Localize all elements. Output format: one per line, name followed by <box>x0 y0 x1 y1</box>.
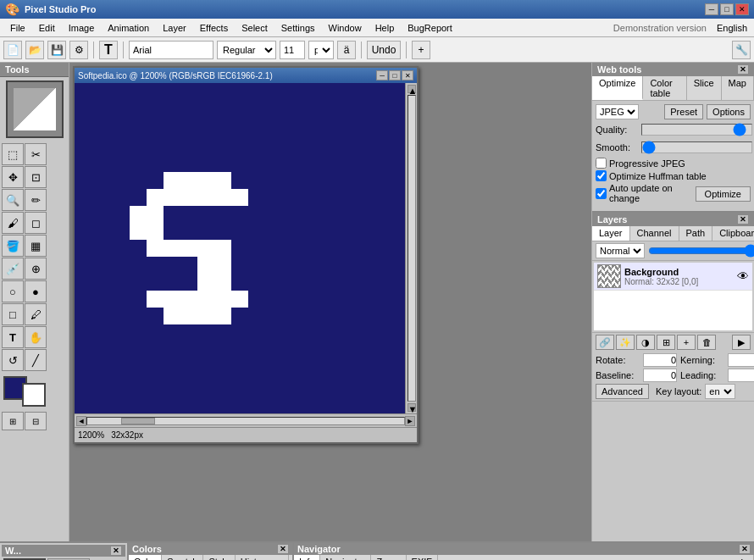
tab-swatch[interactable]: Swatch <box>162 555 203 560</box>
workspace-close[interactable]: ✕ <box>110 546 122 556</box>
more-button[interactable]: ▶ <box>732 335 751 350</box>
tab-clipboard[interactable]: Clipboard <box>712 226 754 241</box>
small-tool-1[interactable]: ⊞ <box>2 412 24 430</box>
text-tool-button[interactable]: T <box>99 41 118 59</box>
cursor-button[interactable]: + <box>412 41 430 59</box>
font-name-input[interactable] <box>129 41 213 59</box>
canvas-maximize[interactable]: □ <box>389 70 401 80</box>
canvas-minimize[interactable]: ─ <box>376 70 388 80</box>
menu-animation[interactable]: Animation <box>101 21 156 35</box>
eraser-tool[interactable]: ◻ <box>25 212 47 234</box>
font-style-select[interactable]: Regular <box>217 41 276 59</box>
pen-tool[interactable]: 🖊 <box>25 303 47 325</box>
preset-button[interactable]: Preset <box>664 104 703 119</box>
small-tool-2[interactable]: ⊟ <box>25 412 47 430</box>
eyedropper-tool[interactable]: 💉 <box>2 258 24 280</box>
optimize-button[interactable]: Optimize <box>696 186 751 202</box>
auto-update-check[interactable] <box>596 188 607 199</box>
shape-tool[interactable]: □ <box>2 303 24 325</box>
move-tool[interactable]: ✥ <box>2 166 24 188</box>
save-button[interactable]: 💾 <box>47 41 66 59</box>
layers-close[interactable]: ✕ <box>737 214 749 225</box>
leading-input[interactable] <box>728 369 754 382</box>
font-size-input[interactable] <box>280 41 305 59</box>
tab-path[interactable]: Path <box>679 226 713 241</box>
font-char-button[interactable]: ä <box>337 41 356 59</box>
menu-edit[interactable]: Edit <box>32 21 62 35</box>
menu-file[interactable]: File <box>3 21 32 35</box>
gradient-tool[interactable]: ▦ <box>25 235 47 257</box>
font-unit-select[interactable]: pt <box>308 41 334 59</box>
dodge-tool[interactable]: ○ <box>2 280 24 302</box>
menu-select[interactable]: Select <box>235 21 274 35</box>
tab-color[interactable]: Color <box>129 555 162 560</box>
rotate-input[interactable] <box>643 353 677 367</box>
fill-tool[interactable]: 🪣 <box>2 235 24 257</box>
menu-bugreport[interactable]: BugReport <box>401 21 459 35</box>
tab-zoom[interactable]: Zoom <box>371 555 406 560</box>
new-layer-button[interactable]: + <box>677 335 696 350</box>
maximize-button[interactable]: □ <box>720 3 734 15</box>
progressive-jpeg-check[interactable] <box>596 158 607 169</box>
scroll-track-h[interactable] <box>86 417 405 425</box>
colors-close[interactable]: ✕ <box>277 544 289 554</box>
settings-button[interactable]: ⚙ <box>69 41 88 59</box>
tab-info[interactable]: Info <box>294 555 320 560</box>
scroll-thumb-h[interactable] <box>121 418 155 424</box>
opacity-slider[interactable] <box>648 246 754 256</box>
clone-tool[interactable]: ⊕ <box>25 258 47 280</box>
optimize-huffman-check[interactable] <box>596 170 607 181</box>
layer-visibility[interactable]: 👁 <box>737 269 749 283</box>
tab-map[interactable]: Map <box>722 76 754 100</box>
brush-tool[interactable]: 🖌 <box>2 212 24 234</box>
select-tool[interactable]: ⬚ <box>2 143 24 165</box>
tab-color-table[interactable]: Color table <box>643 76 686 100</box>
baseline-input[interactable] <box>643 369 677 382</box>
tab-style[interactable]: Style <box>203 555 235 560</box>
extra-tool-button[interactable]: 🔧 <box>732 41 751 59</box>
delete-layer-button[interactable]: 🗑 <box>697 335 716 350</box>
undo-button[interactable]: Undo <box>367 41 401 59</box>
text-tool[interactable]: T <box>2 326 24 348</box>
open-button[interactable]: 📂 <box>25 41 44 59</box>
new-button[interactable]: 📄 <box>3 41 22 59</box>
tab-slice[interactable]: Slice <box>687 76 722 100</box>
menu-image[interactable]: Image <box>62 21 102 35</box>
zoom-tool[interactable]: 🔍 <box>2 189 24 211</box>
minimize-button[interactable]: ─ <box>705 3 718 15</box>
horizontal-scrollbar[interactable]: ◄ ► <box>75 413 417 427</box>
lasso-tool[interactable]: ✂ <box>25 143 47 165</box>
line-tool[interactable]: ╱ <box>25 349 47 371</box>
rotate-tool[interactable]: ↺ <box>2 349 24 371</box>
tab-channel[interactable]: Channel <box>630 226 679 241</box>
blend-mode-select[interactable]: Normal <box>596 243 645 258</box>
layer-item-background[interactable]: Background Normal: 32x32 [0,0] 👁 <box>594 263 752 291</box>
background-color[interactable] <box>22 383 46 407</box>
mask-button[interactable]: ◑ <box>636 335 655 350</box>
tab-histogram[interactable]: Histogram <box>236 555 289 560</box>
options-button[interactable]: Options <box>707 104 751 119</box>
web-tools-close[interactable]: ✕ <box>737 64 749 75</box>
hand-tool[interactable]: ✋ <box>25 326 47 348</box>
canvas-close[interactable]: ✕ <box>402 70 413 80</box>
canvas-content[interactable] <box>75 83 405 413</box>
menu-effects[interactable]: Effects <box>193 21 235 35</box>
menu-window[interactable]: Window <box>322 21 369 35</box>
keylayout-select[interactable]: en <box>705 384 735 399</box>
kerning-input[interactable] <box>728 353 754 367</box>
crop-tool[interactable]: ⊡ <box>25 166 47 188</box>
burn-tool[interactable]: ● <box>25 280 47 302</box>
advanced-button[interactable]: Advanced <box>596 384 649 399</box>
tab-navigator[interactable]: Navigator <box>320 555 371 560</box>
tab-layer[interactable]: Layer <box>592 226 630 241</box>
close-button[interactable]: ✕ <box>735 3 749 15</box>
effects-button[interactable]: ✨ <box>616 335 635 350</box>
vertical-scrollbar[interactable]: ▲ ▼ <box>405 83 417 413</box>
format-select[interactable]: JPEG <box>596 104 639 119</box>
navigator-close[interactable]: ✕ <box>739 544 751 554</box>
menu-help[interactable]: Help <box>369 21 402 35</box>
smooth-slider[interactable] <box>641 141 752 153</box>
tab-optimize[interactable]: Optimize <box>592 76 643 100</box>
quality-slider[interactable] <box>641 124 752 136</box>
menu-settings[interactable]: Settings <box>274 21 322 35</box>
